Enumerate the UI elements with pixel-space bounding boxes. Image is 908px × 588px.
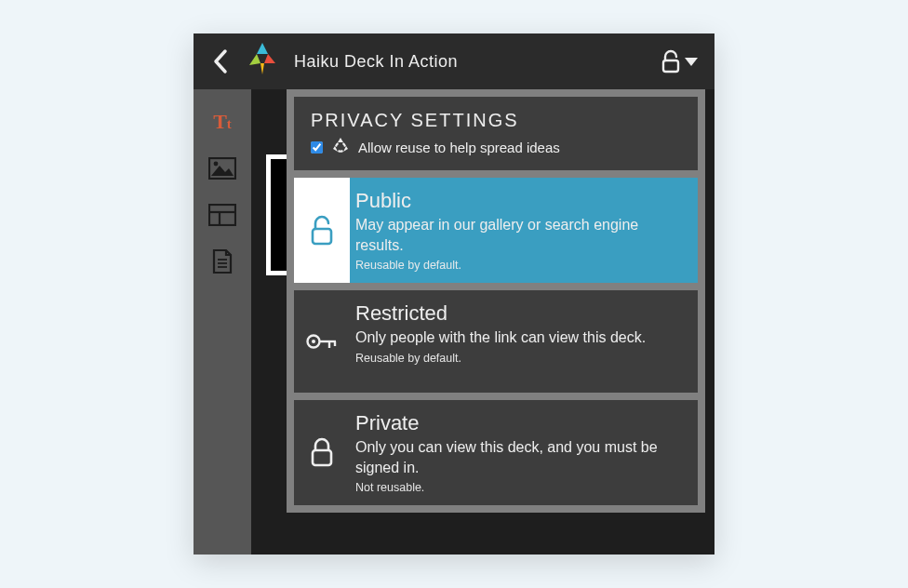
option-note: Reusable by default. xyxy=(355,259,683,272)
option-desc: Only people with the link can view this … xyxy=(355,327,646,348)
option-title: Public xyxy=(355,189,683,213)
deck-title: Haiku Deck In Action xyxy=(294,52,458,72)
sidebar-layout-tool[interactable] xyxy=(208,201,236,229)
unlock-icon xyxy=(308,214,336,247)
lock-icon xyxy=(309,437,335,469)
svg-marker-0 xyxy=(257,43,268,54)
svg-marker-2 xyxy=(264,54,275,63)
chevron-down-icon xyxy=(685,58,698,66)
option-desc: May appear in our gallery or search engi… xyxy=(355,215,683,255)
key-icon xyxy=(305,330,339,353)
svg-rect-14 xyxy=(313,229,331,244)
document-icon xyxy=(210,248,234,274)
privacy-settings-header: PRIVACY SETTINGS xyxy=(294,97,698,170)
privacy-option-public[interactable]: Public May appear in our gallery or sear… xyxy=(294,178,698,283)
back-button[interactable] xyxy=(207,45,234,78)
sidebar-image-tool[interactable] xyxy=(208,154,236,182)
privacy-dropdown: PRIVACY SETTINGS xyxy=(287,89,705,513)
svg-rect-8 xyxy=(209,205,235,225)
option-title: Restricted xyxy=(355,301,646,326)
svg-point-16 xyxy=(312,340,315,343)
svg-rect-4 xyxy=(663,60,678,72)
unlock-icon xyxy=(661,49,681,74)
svg-marker-3 xyxy=(260,63,264,74)
privacy-option-restricted[interactable]: Restricted Only people with the link can… xyxy=(294,290,698,393)
option-desc: Only you can view this deck, and you mus… xyxy=(355,437,683,477)
app-logo xyxy=(242,41,283,82)
svg-rect-20 xyxy=(313,450,331,465)
header-bar: Haiku Deck In Action xyxy=(194,33,714,89)
chevron-left-icon xyxy=(212,48,229,74)
app-body: Tt xyxy=(194,89,714,555)
privacy-option-private[interactable]: Private Only you can view this deck, and… xyxy=(294,400,698,505)
allow-reuse-label: Allow reuse to help spread ideas xyxy=(358,140,560,155)
option-title: Private xyxy=(355,411,683,435)
recycle-icon xyxy=(330,137,351,157)
layout-icon xyxy=(208,204,236,226)
sidebar-text-tool[interactable]: Tt xyxy=(208,108,236,136)
svg-point-7 xyxy=(214,162,219,167)
app-window: Haiku Deck In Action Tt xyxy=(194,33,714,555)
content-area: PRIVACY SETTINGS xyxy=(251,89,714,555)
option-note: Reusable by default. xyxy=(355,352,646,365)
sidebar-notes-tool[interactable] xyxy=(208,247,236,275)
sidebar: Tt xyxy=(194,89,251,555)
svg-marker-1 xyxy=(249,54,260,65)
image-icon xyxy=(208,157,236,180)
allow-reuse-checkbox[interactable] xyxy=(311,141,323,154)
text-icon: Tt xyxy=(213,110,232,134)
privacy-dropdown-toggle[interactable] xyxy=(657,46,701,77)
allow-reuse-row[interactable]: Allow reuse to help spread ideas xyxy=(311,137,681,157)
option-note: Not reusable. xyxy=(355,481,683,494)
svg-marker-6 xyxy=(211,166,234,176)
privacy-settings-title: PRIVACY SETTINGS xyxy=(311,110,681,131)
